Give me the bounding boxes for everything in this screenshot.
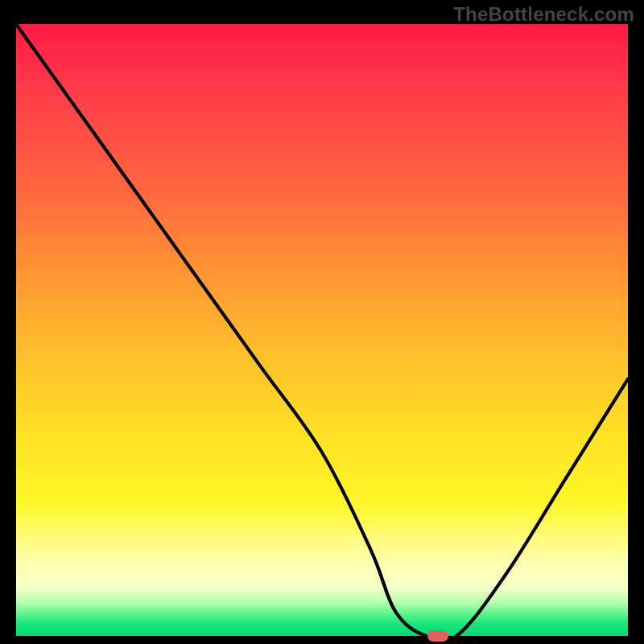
optimum-marker <box>427 630 448 642</box>
bottleneck-curve <box>16 24 628 642</box>
plot-area <box>16 24 628 636</box>
chart-stage: TheBottleneck.com <box>0 0 644 644</box>
curve-layer <box>16 24 628 636</box>
watermark-text: TheBottleneck.com <box>453 3 634 26</box>
